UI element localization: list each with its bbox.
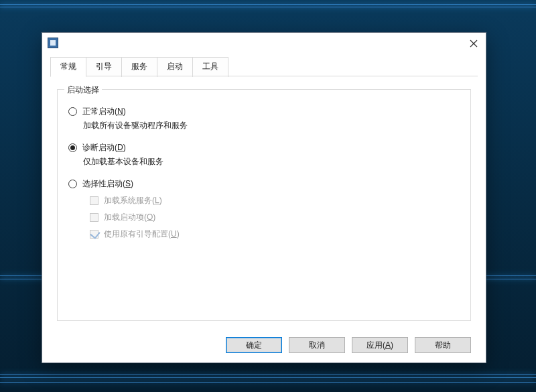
checkbox-use-original-boot-config	[90, 230, 98, 239]
app-icon	[48, 38, 58, 48]
tab-label: 工具	[202, 62, 218, 71]
apply-button[interactable]: 应用(A)	[352, 337, 408, 353]
tab-startup[interactable]: 启动	[157, 57, 193, 77]
cancel-button[interactable]: 取消	[289, 337, 345, 353]
ok-button[interactable]: 确定	[226, 337, 282, 353]
tab-label: 常规	[60, 62, 76, 71]
titlebar	[42, 33, 486, 53]
dialog-buttons: 确定 取消 应用(A) 帮助	[42, 329, 486, 363]
msconfig-dialog: 常规 引导 服务 启动 工具 启动选择 正常启动(N) 加载所有设备驱动程序和服…	[42, 32, 486, 363]
tab-general[interactable]: 常规	[50, 57, 86, 77]
tab-services[interactable]: 服务	[121, 57, 157, 77]
close-icon	[470, 40, 478, 48]
group-title: 启动选择	[64, 84, 102, 96]
tab-label: 引导	[96, 62, 112, 71]
content: 启动选择 正常启动(N) 加载所有设备驱动程序和服务 诊断启动(D) 仅加载基本…	[42, 77, 486, 329]
help-button[interactable]: 帮助	[415, 337, 471, 353]
tabs: 常规 引导 服务 启动 工具	[50, 57, 486, 77]
radio-normal-startup-label: 正常启动(N)	[82, 106, 126, 117]
checkbox-load-startup-items	[90, 213, 98, 222]
tab-boot[interactable]: 引导	[86, 57, 122, 77]
radio-diagnostic-startup-label: 诊断启动(D)	[82, 142, 126, 153]
tab-tools[interactable]: 工具	[192, 57, 228, 77]
startup-selection-group: 启动选择 正常启动(N) 加载所有设备驱动程序和服务 诊断启动(D) 仅加载基本…	[57, 89, 471, 321]
normal-startup-desc: 加载所有设备驱动程序和服务	[83, 120, 461, 131]
radio-normal-startup[interactable]	[68, 107, 77, 116]
radio-diagnostic-startup[interactable]	[68, 143, 77, 152]
close-button[interactable]	[467, 37, 480, 50]
radio-selective-startup-label: 选择性启动(S)	[82, 178, 133, 190]
tab-label: 服务	[131, 62, 147, 71]
tab-label: 启动	[167, 62, 183, 71]
diagnostic-startup-desc: 仅加载基本设备和服务	[83, 156, 461, 168]
tabs-divider	[50, 76, 478, 76]
checkbox-use-original-boot-config-label: 使用原有引导配置(U)	[104, 228, 180, 240]
checkbox-load-services-label: 加载系统服务(L)	[104, 195, 162, 206]
checkbox-load-services	[90, 196, 98, 205]
checkbox-load-startup-items-label: 加载启动项(O)	[104, 212, 155, 223]
radio-selective-startup[interactable]	[68, 180, 77, 188]
